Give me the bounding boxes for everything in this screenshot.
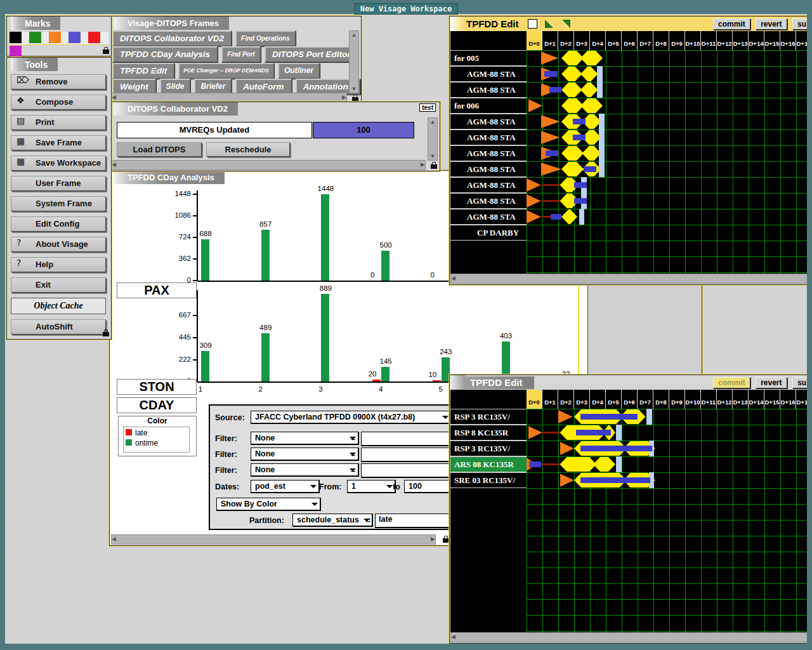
- gantt-shape-mission[interactable]: [560, 457, 597, 472]
- tool-button-save-workspace[interactable]: ▦Save Workspace: [11, 156, 106, 171]
- column-header-D+11[interactable]: D+11: [701, 390, 717, 409]
- dates-dropdown[interactable]: pod_est: [251, 480, 320, 493]
- scroll-right-icon[interactable]: ▶: [431, 535, 435, 543]
- gantt-shape-triangle[interactable]: [528, 99, 543, 112]
- gantt-row-label[interactable]: AGM-88 STA: [450, 114, 527, 129]
- gantt-shape-mission[interactable]: [580, 67, 598, 81]
- revert-button[interactable]: revert: [756, 18, 787, 30]
- column-header-D+0[interactable]: D+0: [527, 31, 542, 50]
- select-box-icon[interactable]: [528, 19, 537, 29]
- column-header-D+1[interactable]: D+1: [542, 390, 558, 409]
- filter-dropdown-3[interactable]: None: [251, 463, 359, 477]
- window-title[interactable]: TPFDD Edit: [465, 376, 534, 389]
- column-header-D+9[interactable]: D+9: [669, 31, 685, 50]
- gantt-shape-port-bar[interactable]: [616, 456, 622, 472]
- tool-button-about-visage[interactable]: ?About Visage: [11, 237, 106, 252]
- frames-window-title[interactable]: Visage-DITOPS Frames: [114, 17, 229, 30]
- gantt-row-label[interactable]: CP DARBY: [450, 225, 527, 241]
- lock-icon[interactable]: [443, 538, 449, 543]
- scroll-left-icon[interactable]: ◀: [112, 161, 116, 168]
- green-triangle-lower-left-icon[interactable]: [545, 20, 553, 28]
- gantt-shape-triangle[interactable]: [541, 115, 560, 128]
- gantt-row-label[interactable]: AGM-88 STA: [450, 145, 527, 161]
- gantt-shape-triangle[interactable]: [560, 442, 575, 455]
- gantt-shape-triangle[interactable]: [541, 162, 562, 176]
- gantt-shape-triangle[interactable]: [527, 178, 541, 192]
- gantt-shape-move-bar[interactable]: [574, 182, 587, 188]
- gantt-shape-mission[interactable]: [561, 51, 584, 65]
- mark-color-swatch[interactable]: [88, 32, 100, 43]
- partition-dropdown[interactable]: schedule_status: [292, 514, 373, 527]
- column-header-D+8[interactable]: D+8: [653, 31, 669, 50]
- load-ditops-button[interactable]: Load DITOPS: [117, 142, 202, 157]
- column-header-D+14[interactable]: D+14: [749, 390, 764, 409]
- column-header-D+13[interactable]: D+13: [733, 390, 749, 409]
- gantt-row-label[interactable]: AGM-88 STA: [450, 209, 527, 225]
- gantt-shape-port-bar[interactable]: [646, 409, 652, 425]
- gantt-row-label[interactable]: SRE 03 RC135V/: [450, 472, 527, 488]
- gantt-shape-move-bar[interactable]: [546, 150, 558, 156]
- scroll-down-icon[interactable]: ▼: [428, 152, 437, 160]
- mark-color-swatch[interactable]: [49, 32, 61, 43]
- test-badge[interactable]: test: [419, 103, 436, 112]
- frame-button-tpfdd-cday-analysis[interactable]: TPFDD CDay Analysis: [112, 46, 218, 62]
- from-dropdown[interactable]: 1: [347, 480, 396, 493]
- tool-button-autoshift[interactable]: AutoShift: [11, 319, 106, 335]
- gantt-shape-port-bar[interactable]: [599, 114, 605, 129]
- column-header-D+6[interactable]: D+6: [622, 31, 638, 50]
- filter-value-input-1[interactable]: [361, 432, 452, 446]
- filter-value-input-2[interactable]: [361, 448, 452, 462]
- column-header-D+15[interactable]: D+15: [764, 390, 780, 409]
- window-title[interactable]: TPFDD Edit: [466, 18, 519, 29]
- show-by-dropdown[interactable]: Show By Color: [216, 498, 321, 511]
- gantt-shape-port-bar[interactable]: [597, 66, 603, 82]
- filter-dropdown-1[interactable]: None: [251, 432, 359, 445]
- mark-color-swatch[interactable]: [10, 32, 22, 43]
- column-header-D+16[interactable]: D+16: [780, 390, 796, 409]
- gantt-row-label[interactable]: RSP 3 RC135V/: [450, 441, 527, 456]
- gantt-row-label[interactable]: AGM-88 STA: [450, 177, 527, 193]
- scroll-right-icon[interactable]: ▶: [342, 93, 346, 101]
- tool-button-print[interactable]: ▤Print: [11, 115, 106, 130]
- gantt-shape-triangle[interactable]: [541, 131, 560, 144]
- mark-color-swatch[interactable]: [69, 32, 81, 43]
- gantt-row-label[interactable]: for 006: [450, 98, 527, 114]
- gantt-shape-mission[interactable]: [561, 209, 577, 224]
- filter-value-input-3[interactable]: [361, 463, 452, 478]
- horizontal-scrollbar[interactable]: ◀: [450, 274, 812, 284]
- gantt-shape-move-bar[interactable]: [551, 214, 562, 220]
- gantt-shape-move-bar[interactable]: [580, 414, 638, 420]
- mark-color-swatch[interactable]: [29, 32, 41, 43]
- gantt-row-label[interactable]: ARS 08 KC135R: [450, 456, 527, 472]
- scroll-left-icon[interactable]: ◀: [112, 93, 116, 101]
- gantt-shape-port-bar[interactable]: [599, 129, 605, 145]
- column-header-D+5[interactable]: D+5: [606, 390, 622, 409]
- commit-button[interactable]: commit: [713, 377, 750, 388]
- gantt-row-label[interactable]: AGM-88 STA: [450, 66, 527, 82]
- horizontal-scrollbar[interactable]: ◀: [450, 632, 812, 642]
- gantt-shape-triangle[interactable]: [541, 51, 559, 65]
- gantt-shape-mission[interactable]: [561, 146, 584, 161]
- column-header-D+3[interactable]: D+3: [574, 31, 590, 50]
- revert-button[interactable]: revert: [756, 377, 787, 388]
- collaborator-window-title[interactable]: DITOPS Collaborator VD2: [114, 102, 238, 116]
- gantt-shape-triangle[interactable]: [527, 194, 541, 208]
- tool-button-save-frame[interactable]: ▦Save Frame: [11, 135, 106, 150]
- tool-button-compose[interactable]: ❖Compose: [11, 95, 106, 110]
- tool-button-exit[interactable]: Exit: [11, 277, 106, 293]
- column-header-D+5[interactable]: D+5: [606, 31, 622, 50]
- frame-button-ditops-port-editor[interactable]: DITOPS Port Editor: [265, 46, 358, 62]
- column-header-D+14[interactable]: D+14: [749, 31, 764, 50]
- filter-dropdown-2[interactable]: None: [251, 448, 359, 461]
- column-header-D+15[interactable]: D+15: [764, 31, 780, 50]
- tool-button-edit-config[interactable]: Edit Config: [11, 216, 106, 232]
- gantt-shape-port-bar[interactable]: [579, 209, 585, 225]
- column-header-D+10[interactable]: D+10: [685, 31, 701, 50]
- green-triangle-upper-right-icon[interactable]: [562, 20, 570, 28]
- gantt-shape-move-bar[interactable]: [529, 461, 541, 467]
- gantt-shape-mission[interactable]: [593, 457, 615, 472]
- column-header-D+12[interactable]: D+12: [717, 390, 733, 409]
- column-header-D+2[interactable]: D+2: [558, 31, 574, 50]
- scroll-right-icon[interactable]: ▶: [421, 161, 425, 168]
- frame-button-poe-changer-drop-demands[interactable]: POE Changer -- DROP DEMANDS: [178, 63, 274, 79]
